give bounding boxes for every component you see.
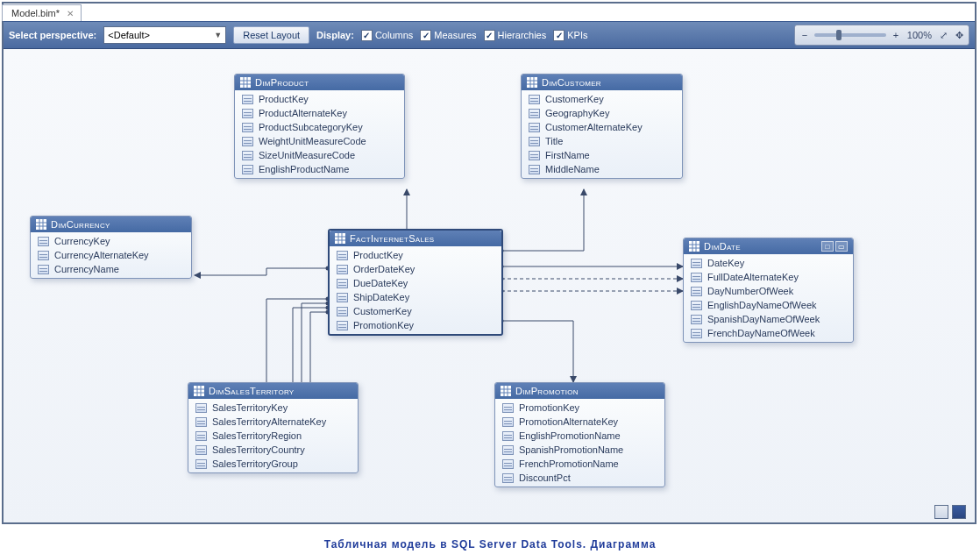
column-row[interactable]: WeightUnitMeasureCode <box>235 134 404 148</box>
column-icon <box>38 237 49 246</box>
entity-dimproduct[interactable]: DimProduct ProductKey ProductAlternateKe… <box>234 74 405 179</box>
pan-icon[interactable]: ✥ <box>953 30 965 41</box>
column-icon <box>242 109 253 118</box>
entity-header[interactable]: DimCustomer <box>522 75 682 90</box>
table-icon <box>36 219 46 230</box>
column-row[interactable]: CustomerKey <box>330 304 501 318</box>
column-row[interactable]: ProductSubcategoryKey <box>235 120 404 134</box>
check-hierarchies[interactable]: ✓ Hierarchies <box>484 30 547 41</box>
table-icon <box>240 77 251 88</box>
checkbox-icon: ✓ <box>361 30 373 41</box>
zoom-value: 100% <box>905 30 934 40</box>
column-row[interactable]: Title <box>522 134 682 148</box>
column-row[interactable]: GeographyKey <box>522 106 682 120</box>
column-row[interactable]: SalesTerritoryKey <box>188 401 358 415</box>
entity-columns: ProductKey ProductAlternateKey ProductSu… <box>235 90 404 178</box>
column-row[interactable]: FullDateAlternateKey <box>684 270 853 284</box>
column-row[interactable]: CurrencyName <box>31 262 191 276</box>
entity-title: DimPromotion <box>515 386 579 396</box>
column-row[interactable]: EnglishProductName <box>235 162 404 176</box>
column-row[interactable]: SalesTerritoryAlternateKey <box>188 415 358 429</box>
column-row[interactable]: PromotionKey <box>495 401 664 415</box>
entity-header[interactable]: FactInternetSales <box>330 231 501 246</box>
column-row[interactable]: CurrencyKey <box>31 234 191 248</box>
column-row[interactable]: DiscountPct <box>495 471 664 485</box>
column-row[interactable]: FirstName <box>522 148 682 162</box>
entity-dimcustomer[interactable]: DimCustomer CustomerKey GeographyKey Cus… <box>521 74 683 179</box>
entity-header[interactable]: DimDate □ ▭ <box>684 238 853 254</box>
diagram-view-icon[interactable] <box>952 505 966 519</box>
close-icon[interactable]: ✕ <box>67 9 74 18</box>
column-row[interactable]: ProductKey <box>330 248 501 262</box>
zoom-control[interactable]: − + 100% ⤢ ✥ <box>794 25 969 46</box>
column-row[interactable]: SizeUnitMeasureCode <box>235 148 404 162</box>
tab-model-bim[interactable]: Model.bim* ✕ <box>2 4 82 21</box>
column-row[interactable]: CustomerKey <box>522 92 682 106</box>
maximize-icon[interactable]: □ <box>821 241 834 252</box>
diagram-canvas[interactable]: DimProduct ProductKey ProductAlternateKe… <box>4 49 975 522</box>
column-row[interactable]: MiddleName <box>522 162 682 176</box>
fit-to-screen-icon[interactable]: ⤢ <box>937 30 949 41</box>
entity-dimcurrency[interactable]: DimCurrency CurrencyKey CurrencyAlternat… <box>30 216 192 279</box>
column-row[interactable]: EnglishPromotionName <box>495 429 664 443</box>
column-row[interactable]: SalesTerritoryCountry <box>188 443 358 457</box>
perspective-select[interactable]: <Default> ▼ <box>103 26 226 44</box>
column-row[interactable]: SalesTerritoryGroup <box>188 457 358 471</box>
entity-factinternetsales[interactable]: FactInternetSales ProductKey OrderDateKe… <box>328 229 503 336</box>
column-icon <box>691 273 702 282</box>
column-row[interactable]: ShipDateKey <box>330 290 501 304</box>
entity-dimdate[interactable]: DimDate □ ▭ DateKey FullDateAlternateKey… <box>683 238 854 343</box>
check-kpis[interactable]: ✓ KPIs <box>553 30 587 41</box>
column-icon <box>691 301 702 310</box>
entity-header[interactable]: DimPromotion <box>495 383 664 399</box>
grid-view-icon[interactable] <box>934 505 948 519</box>
column-icon <box>502 445 514 455</box>
reset-layout-button[interactable]: Reset Layout <box>233 26 309 44</box>
table-icon <box>335 233 345 244</box>
column-icon <box>242 123 253 132</box>
column-icon <box>529 123 540 132</box>
zoom-slider-thumb[interactable] <box>836 30 842 40</box>
restore-icon[interactable]: ▭ <box>835 241 848 252</box>
column-row[interactable]: PromotionKey <box>330 318 501 332</box>
column-row[interactable]: SpanishPromotionName <box>495 443 664 457</box>
column-row[interactable]: DateKey <box>684 256 853 270</box>
svg-rect-6 <box>527 77 537 88</box>
column-row[interactable]: OrderDateKey <box>330 262 501 276</box>
column-row[interactable]: SpanishDayNameOfWeek <box>684 312 853 326</box>
entity-dimsalesterritory[interactable]: DimSalesTerritory SalesTerritoryKey Sale… <box>188 382 359 473</box>
column-icon <box>502 473 514 483</box>
column-icon <box>195 459 207 469</box>
column-row[interactable]: FrenchPromotionName <box>495 457 664 471</box>
check-measures[interactable]: ✓ Measures <box>420 30 476 41</box>
zoom-slider-track[interactable] <box>814 33 886 37</box>
column-row[interactable]: DayNumberOfWeek <box>684 284 853 298</box>
column-row[interactable]: CurrencyAlternateKey <box>31 248 191 262</box>
column-row[interactable]: DueDateKey <box>330 276 501 290</box>
zoom-out-icon[interactable]: − <box>799 30 811 40</box>
zoom-in-icon[interactable]: + <box>890 30 902 40</box>
column-icon <box>337 307 348 316</box>
entity-title: FactInternetSales <box>350 233 434 244</box>
column-row[interactable]: SalesTerritoryRegion <box>188 429 358 443</box>
column-row[interactable]: FrenchDayNameOfWeek <box>684 326 853 340</box>
chevron-down-icon: ▼ <box>214 31 222 39</box>
column-row[interactable]: ProductKey <box>235 92 404 106</box>
svg-rect-26 <box>194 386 204 396</box>
column-row[interactable]: ProductAlternateKey <box>235 106 404 120</box>
checkbox-icon: ✓ <box>420 30 431 41</box>
entity-dimpromotion[interactable]: DimPromotion PromotionKey PromotionAlter… <box>494 382 665 487</box>
entity-header[interactable]: DimCurrency <box>31 217 191 232</box>
entity-title: DimSalesTerritory <box>209 386 295 396</box>
column-row[interactable]: EnglishDayNameOfWeek <box>684 298 853 312</box>
column-icon <box>242 151 253 160</box>
column-row[interactable]: CustomerAlternateKey <box>522 120 682 134</box>
check-columns[interactable]: ✓ Columns <box>361 30 413 41</box>
column-icon <box>502 403 514 413</box>
entity-header[interactable]: DimProduct <box>235 75 404 90</box>
column-icon <box>337 265 348 274</box>
column-row[interactable]: PromotionAlternateKey <box>495 415 664 429</box>
entity-header[interactable]: DimSalesTerritory <box>188 383 358 399</box>
svg-rect-1 <box>240 77 251 88</box>
column-icon <box>195 431 207 441</box>
